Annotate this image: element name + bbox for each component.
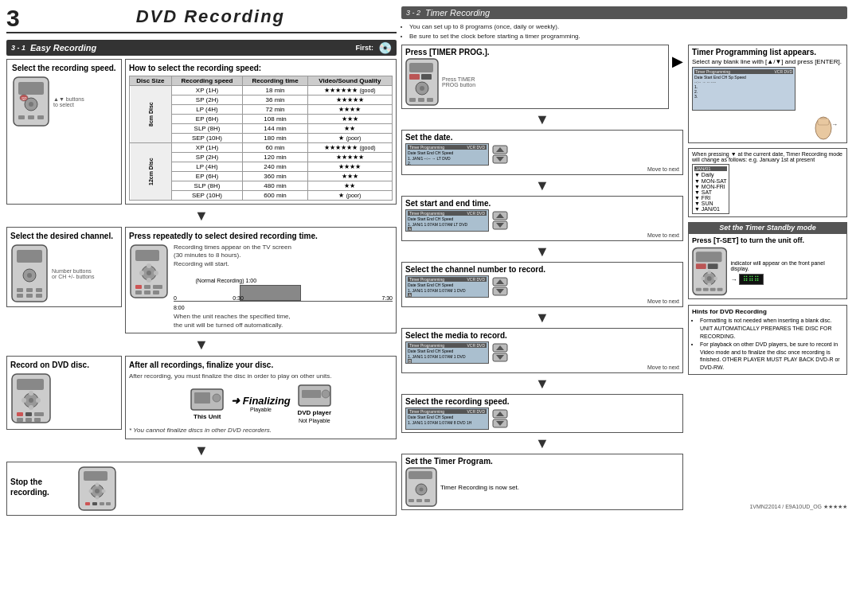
- svg-rect-73: [427, 98, 433, 102]
- set-timer-program-box: Set the Timer Program. Timer Re: [401, 454, 683, 510]
- move-to-next-media: Move to next: [405, 365, 679, 370]
- select-channel-number-box: Select the channel number to record. Tim…: [401, 262, 683, 307]
- channel-row: Select the desired channel.: [6, 227, 397, 333]
- svg-point-40: [36, 398, 41, 403]
- record-dvd-box: Record on DVD disc.: [6, 356, 122, 430]
- svg-rect-63: [100, 502, 104, 505]
- svg-rect-32: [153, 290, 159, 294]
- svg-rect-106: [696, 264, 706, 270]
- standby-mode-box: Press [T-SET] to turn the unit off.: [688, 233, 847, 299]
- disc-8cm-label: 8cm Disc: [130, 86, 172, 143]
- svg-point-38: [29, 405, 33, 410]
- svg-rect-10: [17, 250, 42, 263]
- svg-rect-6: [37, 115, 44, 119]
- svg-rect-29: [153, 285, 162, 289]
- hints-title: Hints for DVD Recording: [692, 308, 843, 315]
- timer-recording-header: 3 - 2 Timer Recording: [401, 6, 847, 19]
- svg-point-111: [707, 283, 711, 287]
- arrow-down-r6: ▼: [401, 436, 683, 450]
- svg-point-112: [701, 277, 705, 281]
- hint-1: Formatting is not needed when inserting …: [700, 317, 843, 340]
- time-cell: 60 min: [243, 143, 307, 153]
- quality-cell: ★★: [307, 124, 392, 134]
- svg-rect-31: [144, 290, 150, 294]
- quality-cell: ★★★★★★ (good): [307, 143, 392, 153]
- standby-mode-title: Set the Timer Standby mode: [688, 222, 847, 233]
- select-recording-speed-box: Select the recording speed. SP: [6, 59, 122, 205]
- arrow-down-3: ▼: [6, 443, 397, 458]
- timer-prog-list-title: Timer Programming list appears.: [692, 48, 843, 57]
- svg-point-58: [96, 495, 100, 499]
- playable-label: Playable: [250, 407, 272, 412]
- stop-recording-box: Stop the recording.: [6, 462, 397, 516]
- time-cell: 120 min: [243, 153, 307, 162]
- up-down-buttons-media: [492, 343, 508, 362]
- up-down-buttons-time: [492, 211, 508, 230]
- svg-rect-54: [84, 471, 108, 481]
- finalize-title: After all recordings, finalize your disc…: [129, 360, 393, 370]
- page-number: 3: [6, 6, 20, 30]
- up-down-buttons-ch: [492, 277, 508, 296]
- svg-rect-117: [717, 288, 723, 291]
- mode-cell: LP (4H): [171, 162, 243, 172]
- remote-control-step2: [10, 244, 49, 303]
- timer-prog-screen: Timer ProgrammingVCR DVD Date Start End …: [692, 67, 796, 111]
- svg-rect-102: [818, 119, 829, 125]
- svg-text:→: →: [831, 121, 838, 128]
- quality-cell: ★★★★★: [307, 96, 392, 105]
- bullet-2: Be sure to set the clock before starting…: [409, 32, 847, 41]
- remote-tset: [692, 247, 727, 296]
- press-timer-box: Press [TIMER PROG.].: [401, 45, 669, 109]
- how-to-title: How to select the recording speed:: [129, 63, 393, 73]
- page-title-bar: 3 DVD Recording: [6, 6, 397, 33]
- svg-point-110: [707, 271, 711, 275]
- dvd-player-label: DVD player: [297, 409, 331, 416]
- media-screen: Timer ProgrammingVCR DVD Date Start End …: [405, 341, 489, 364]
- hint-2: For playback on other DVD players, be su…: [700, 341, 843, 372]
- page-title: DVD Recording: [25, 6, 397, 30]
- svg-rect-64: [106, 502, 111, 505]
- svg-rect-68: [421, 74, 432, 80]
- indicator-note: indicator will appear on the front panel…: [730, 260, 843, 271]
- how-to-select-speed-box: How to select the recording speed: Disc …: [125, 59, 397, 205]
- svg-rect-4: [18, 115, 25, 119]
- finalize-box: After all recordings, finalize your disc…: [125, 356, 397, 439]
- quality-cell: ★★★★★★ (good): [307, 86, 392, 96]
- svg-rect-16: [17, 294, 23, 298]
- mode-cell: XP (1H): [171, 86, 243, 96]
- svg-point-60: [102, 489, 106, 493]
- move-to-next-time: Move to next: [405, 232, 679, 238]
- section-num-label: 3 - 1: [11, 44, 25, 52]
- svg-rect-67: [409, 74, 420, 80]
- svg-point-23: [147, 263, 151, 268]
- record-dvd-title: Record on DVD disc.: [10, 360, 118, 370]
- time-start-label: 8:00: [174, 305, 185, 310]
- svg-rect-105: [696, 252, 722, 263]
- bullet-1: You can set up to 8 programs (once, dail…: [409, 22, 847, 31]
- stop-recording-title: Stop the recording.: [10, 477, 74, 497]
- disc-12cm-label: 12cm Disc: [130, 143, 172, 201]
- dvd-indicator: →: [730, 276, 738, 283]
- arrow-down-r3: ▼: [401, 244, 683, 259]
- speed-screen: Timer ProgrammingVCR DVD Date Start End …: [405, 407, 489, 430]
- svg-point-25: [139, 271, 144, 275]
- top-row: Select the recording speed. SP: [6, 59, 397, 205]
- quality-cell: ★ (poor): [307, 134, 392, 143]
- mode-cell: EP (6H): [171, 172, 243, 181]
- first-label: First:: [356, 44, 374, 52]
- quality-cell: ★★★: [307, 172, 392, 181]
- timer-bullets: You can set up to 8 programs (once, dail…: [401, 22, 847, 41]
- svg-point-97: [420, 488, 424, 492]
- quality-cell: ★★★★: [307, 162, 392, 172]
- svg-rect-116: [710, 288, 716, 291]
- svg-rect-14: [26, 288, 33, 292]
- svg-point-24: [147, 278, 151, 283]
- time-cell: 36 min: [243, 96, 307, 105]
- display-indicator: ⠿⠿⠿: [739, 274, 764, 285]
- time-cell: 240 min: [243, 162, 307, 172]
- time-cell: 180 min: [243, 134, 307, 143]
- hand-pointer-enter: →: [811, 112, 843, 140]
- finalize-note: * You cannot finalize discs in other DVD…: [129, 427, 393, 435]
- mode-cell: SP (2H): [171, 153, 243, 162]
- svg-point-52: [322, 390, 330, 398]
